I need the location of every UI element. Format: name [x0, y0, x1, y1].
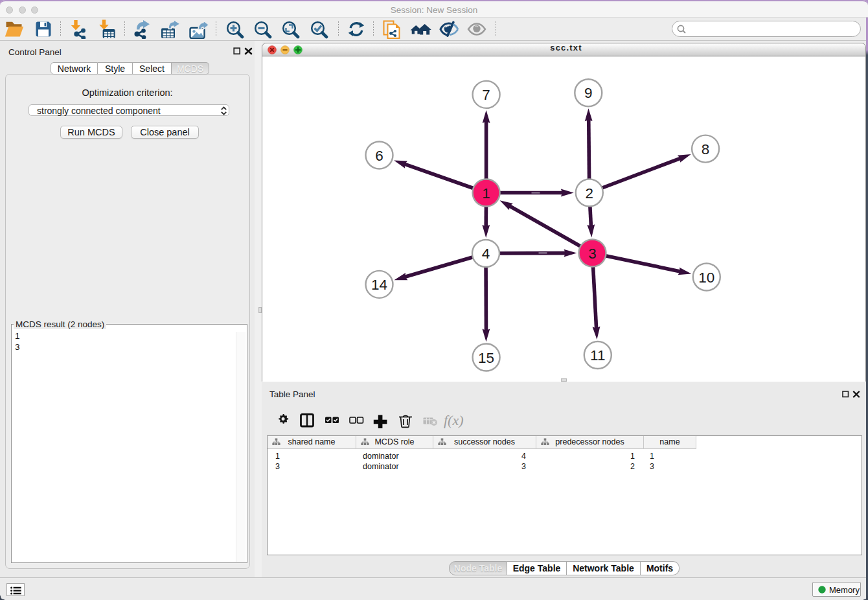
svg-text:1: 1 — [482, 185, 490, 202]
svg-text:f(x): f(x) — [444, 413, 464, 428]
svg-text:10: 10 — [698, 270, 714, 286]
svg-text:14: 14 — [371, 277, 387, 293]
svg-text:2: 2 — [586, 185, 594, 202]
svg-text:6: 6 — [375, 148, 383, 164]
svg-text:11: 11 — [590, 347, 605, 363]
svg-text:7: 7 — [482, 87, 490, 103]
svg-text:8: 8 — [702, 141, 710, 157]
svg-text:15: 15 — [478, 350, 494, 366]
svg-text:3: 3 — [588, 246, 597, 262]
svg-text:9: 9 — [584, 85, 593, 101]
svg-text:4: 4 — [482, 246, 490, 262]
